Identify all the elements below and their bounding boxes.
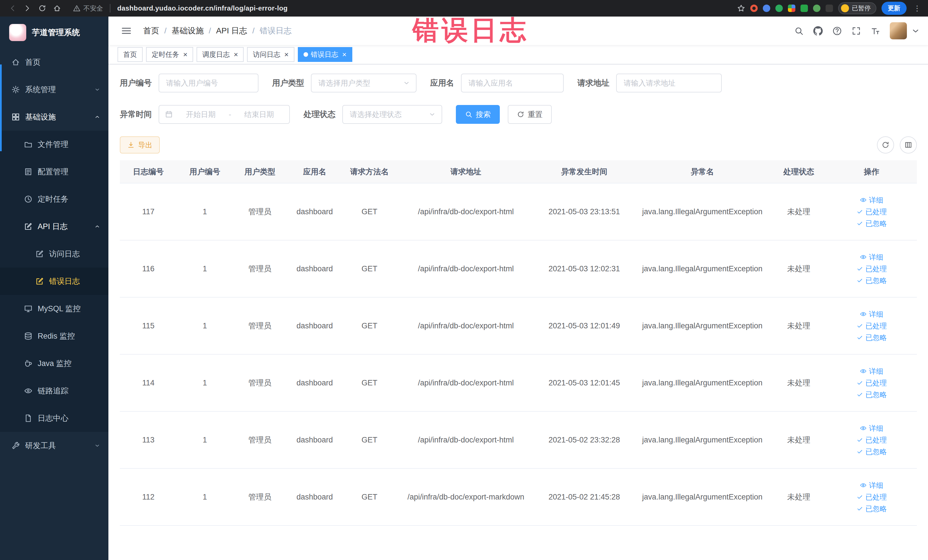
mark-ignored-link[interactable]: 已忽略 <box>856 276 887 285</box>
profile-paused-button[interactable]: 已暂停 <box>838 2 876 14</box>
ignored-label: 已忽略 <box>865 276 887 285</box>
close-icon[interactable]: × <box>284 51 288 58</box>
error-log-table: 日志编号 用户编号 用户类型 应用名 请求方法名 请求地址 异常发生时间 异常名… <box>120 160 917 526</box>
extension-icon[interactable] <box>763 5 770 12</box>
detail-link[interactable]: 详细 <box>860 366 883 376</box>
detail-link[interactable]: 详细 <box>860 252 883 262</box>
sidebar-item-access-logs[interactable]: 访问日志 <box>0 240 108 268</box>
sidebar-item-log-center[interactable]: 日志中心 <box>0 404 108 432</box>
column-header: 应用名 <box>287 160 342 183</box>
detail-link[interactable]: 详细 <box>860 424 883 433</box>
tab-scheduled-tasks[interactable]: 定时任务 × <box>146 47 193 62</box>
sidebar-item-infrastructure[interactable]: 基础设施 <box>0 103 108 131</box>
address-bar-url[interactable]: dashboard.yudao.iocoder.cn/infra/log/api… <box>117 4 288 12</box>
user-avatar-menu[interactable] <box>890 22 920 40</box>
sidebar-item-java-monitor[interactable]: Java 监控 <box>0 350 108 377</box>
request-url-input[interactable] <box>616 73 722 92</box>
column-settings-button[interactable] <box>900 136 917 154</box>
cell-request-url: /api/infra/db-doc/export-markdown <box>397 468 535 525</box>
cell-log-id: 115 <box>120 297 177 354</box>
app-name-input[interactable] <box>461 73 564 92</box>
search-button[interactable]: 搜索 <box>456 105 500 124</box>
close-icon[interactable]: × <box>234 51 238 58</box>
cell-request-url: /api/infra/db-doc/export-html <box>397 354 535 411</box>
reset-button[interactable]: 重置 <box>508 105 552 124</box>
mark-processed-link[interactable]: 已处理 <box>856 321 887 331</box>
mark-ignored-link[interactable]: 已忽略 <box>856 390 887 400</box>
clock-icon <box>24 195 32 203</box>
sidebar-item-mysql-monitor[interactable]: MySQL 监控 <box>0 295 108 322</box>
column-header: 请求地址 <box>397 160 535 183</box>
sidebar-item-label: 首页 <box>25 57 41 67</box>
cell-exception: java.lang.IllegalArgumentException <box>633 468 771 525</box>
filter-exception-time: 异常时间 开始日期 - 结束日期 <box>120 105 290 124</box>
detail-link[interactable]: 详细 <box>860 310 883 319</box>
ignored-label: 已忽略 <box>865 333 887 342</box>
bookmark-star-icon[interactable] <box>737 4 745 12</box>
mark-processed-link[interactable]: 已处理 <box>856 378 887 388</box>
sidebar-item-scheduled-tasks[interactable]: 定时任务 <box>0 185 108 213</box>
browser-back-button[interactable] <box>6 2 20 15</box>
check-icon <box>856 277 863 284</box>
sidebar-item-config-management[interactable]: 配置管理 <box>0 158 108 185</box>
app-logo[interactable]: 芋道管理系统 <box>0 17 108 49</box>
github-icon[interactable] <box>814 26 823 36</box>
user-id-input[interactable] <box>159 73 258 92</box>
breadcrumb-item[interactable]: 基础设施 <box>159 25 204 36</box>
mark-processed-link[interactable]: 已处理 <box>856 435 887 445</box>
tab-schedule-logs[interactable]: 调度日志 × <box>197 47 244 62</box>
mark-ignored-link[interactable]: 已忽略 <box>856 219 887 228</box>
tab-error-logs[interactable]: 错误日志 × <box>298 47 352 62</box>
browser-forward-button[interactable] <box>21 2 34 15</box>
sidebar-item-file-management[interactable]: 文件管理 <box>0 131 108 158</box>
mark-ignored-link[interactable]: 已忽略 <box>856 447 887 456</box>
user-type-select[interactable]: 请选择用户类型 <box>311 73 417 92</box>
detail-link[interactable]: 详细 <box>860 195 883 205</box>
extension-icon[interactable] <box>775 5 783 12</box>
browser-menu-icon[interactable]: ⋮ <box>912 4 923 13</box>
sidebar-item-system-management[interactable]: 系统管理 <box>0 76 108 103</box>
browser-home-button[interactable] <box>50 2 64 15</box>
cell-user-id: 1 <box>177 468 233 525</box>
mark-processed-link[interactable]: 已处理 <box>856 264 887 273</box>
process-status-select[interactable]: 请选择处理状态 <box>342 105 442 124</box>
mark-ignored-link[interactable]: 已忽略 <box>856 504 887 514</box>
extension-icon[interactable] <box>750 5 758 12</box>
sidebar-item-error-logs[interactable]: 错误日志 <box>0 268 108 295</box>
file-icon <box>24 414 32 423</box>
extension-icon[interactable] <box>800 5 808 12</box>
mark-ignored-link[interactable]: 已忽略 <box>856 333 887 342</box>
extension-icon[interactable] <box>813 5 820 12</box>
close-icon[interactable]: × <box>342 51 346 58</box>
tab-home[interactable]: 首页 <box>118 47 143 62</box>
detail-label: 详细 <box>869 424 883 433</box>
sidebar-item-api-logs[interactable]: API 日志 <box>0 213 108 240</box>
filter-app-name: 应用名 <box>430 73 564 92</box>
sidebar-item-home[interactable]: 首页 <box>0 49 108 76</box>
search-icon[interactable] <box>794 26 804 36</box>
browser-reload-button[interactable] <box>35 2 49 15</box>
font-size-icon[interactable] <box>871 26 880 36</box>
extension-icon[interactable] <box>826 5 833 12</box>
mark-processed-link[interactable]: 已处理 <box>856 207 887 217</box>
extension-icon[interactable] <box>788 5 795 12</box>
close-icon[interactable]: × <box>183 51 188 58</box>
detail-link[interactable]: 详细 <box>860 481 883 490</box>
refresh-table-button[interactable] <box>877 136 894 154</box>
tab-access-logs[interactable]: 访问日志 × <box>247 47 294 62</box>
help-icon[interactable] <box>832 26 842 36</box>
breadcrumb-item[interactable]: 首页 <box>143 25 159 36</box>
divider <box>110 4 110 12</box>
browser-update-button[interactable]: 更新 <box>882 2 907 15</box>
cell-time: 2021-05-02 21:45:28 <box>535 468 633 525</box>
sidebar-item-trace[interactable]: 链路追踪 <box>0 377 108 404</box>
fullscreen-icon[interactable] <box>852 26 861 36</box>
site-security-chip[interactable]: 不安全 <box>73 4 103 13</box>
breadcrumb-item[interactable]: API 日志 <box>204 25 247 36</box>
sidebar-item-dev-tools[interactable]: 研发工具 <box>0 432 108 459</box>
hamburger-icon[interactable] <box>116 25 136 36</box>
export-button[interactable]: 导出 <box>120 136 160 154</box>
date-range-picker[interactable]: 开始日期 - 结束日期 <box>159 105 290 124</box>
mark-processed-link[interactable]: 已处理 <box>856 492 887 502</box>
sidebar-item-redis-monitor[interactable]: Redis 监控 <box>0 322 108 350</box>
